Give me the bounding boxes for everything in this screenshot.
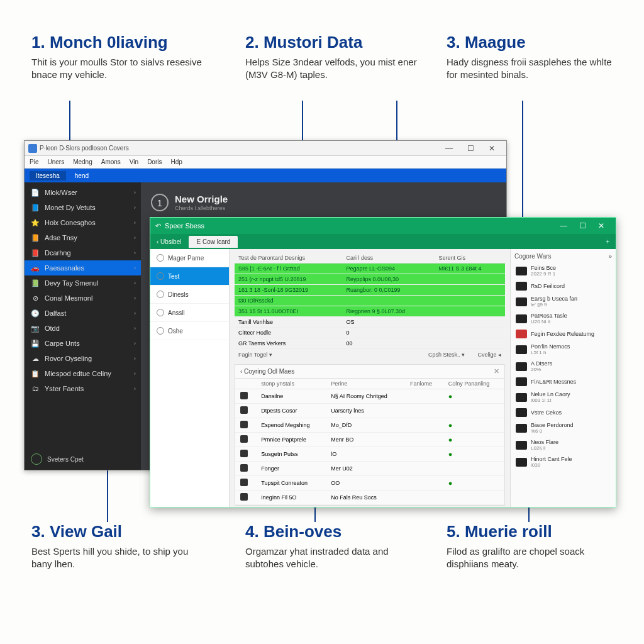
- nav-item[interactable]: Dinesls: [150, 286, 229, 304]
- new-badge[interactable]: 1 New OrrigleCherds I.sllebtheres: [151, 194, 228, 211]
- ribbon-tab-active[interactable]: Itesesha: [30, 171, 66, 180]
- menu-item[interactable]: Uners: [47, 158, 64, 165]
- list-item[interactable]: Biaoe Perdorond%6 0: [514, 419, 612, 436]
- table-row[interactable]: t30 IDlRssckd: [235, 296, 505, 306]
- col-header[interactable]: Fanlome: [405, 379, 443, 389]
- table-row[interactable]: Tupspit ConreatonOO●: [235, 476, 504, 491]
- pane-title: Cogore Wars»: [514, 253, 612, 260]
- add-tab-icon[interactable]: +: [599, 238, 616, 245]
- minimize-button[interactable]: —: [438, 144, 460, 153]
- back-button[interactable]: ‹ Ubsibel: [150, 238, 187, 245]
- menu-item[interactable]: Vin: [130, 158, 138, 165]
- list-item[interactable]: PatRosa TasleU20 Ni tt: [514, 310, 612, 327]
- tab-active[interactable]: E Cow lcard: [189, 236, 238, 248]
- list-item[interactable]: Earsg b Useca fanle' §9 9: [514, 293, 612, 310]
- item-icon: [516, 458, 527, 467]
- list-item[interactable]: Nelue Ln Caoryl003 1l 1t: [514, 389, 612, 406]
- sidebar-label: Miespod edtue Celiny: [45, 370, 111, 377]
- maximize-button[interactable]: ☐: [573, 221, 592, 230]
- sidebar-item[interactable]: 🕒Dalfast›: [25, 306, 141, 321]
- section-title[interactable]: ‹ Coyring Odl Maes: [240, 368, 294, 375]
- table-row[interactable]: FongerMer U02: [235, 462, 504, 476]
- close-button[interactable]: ✕: [592, 221, 611, 230]
- col-header[interactable]: Perine: [326, 379, 405, 389]
- titlebar[interactable]: P·leon D·Slors podloson Covers — ☐ ✕: [25, 141, 506, 156]
- table-row[interactable]: Dtpests CosorUarscrty lnes: [235, 404, 504, 418]
- cell: Uarscrty lnes: [326, 404, 405, 418]
- table-row[interactable]: 161 3 18 -Sonl-18 9G32019Ruangbor: 0 0,C…: [235, 285, 505, 296]
- sidebar-item[interactable]: 📋Miespod edtue Celiny›: [25, 366, 141, 381]
- list-item[interactable]: Feins Bce2022 9 R 1: [514, 262, 612, 279]
- table-row[interactable]: Susgetn PutsslO●: [235, 447, 504, 462]
- table-row[interactable]: Espenod MegshingMo_DfD●: [235, 418, 504, 433]
- list-item[interactable]: Hinort Cant Felel038: [514, 453, 612, 470]
- list-item[interactable]: FiAL&Rt Messnes: [514, 375, 612, 389]
- ribbon-tab[interactable]: hend: [75, 172, 89, 179]
- sidebar-item[interactable]: ⭐Hoix Conesghos›: [25, 215, 141, 230]
- close-icon[interactable]: ✕: [494, 367, 499, 375]
- nav-item[interactable]: Test: [150, 267, 229, 286]
- maximize-button[interactable]: ☐: [460, 144, 481, 153]
- sidebar-label: Mlok/Wser: [45, 189, 77, 196]
- table-row[interactable]: 251 {r-z npqpt td5 U.20819Reypplips 0.0U…: [235, 274, 505, 285]
- chevron-right-icon: ›: [134, 235, 136, 241]
- table-row[interactable]: 351 15 5t 11.0U0OT0EIRiegprien 9 §.0L07.…: [235, 306, 505, 317]
- sidebar-item[interactable]: 🗂Yster Faents›: [25, 381, 141, 396]
- table-row[interactable]: Cittecr Hodle0: [235, 328, 505, 338]
- item-text: Hinort Cant Felel038: [531, 456, 572, 468]
- list-item[interactable]: Neos FlareL02§ ll: [514, 436, 612, 453]
- sidebar-item[interactable]: ⊘Conal Mesmonl›: [25, 291, 141, 306]
- list-item[interactable]: A Dtsers20%: [514, 358, 612, 375]
- nav-item[interactable]: Anssll: [150, 304, 229, 322]
- sidebar-item[interactable]: 💾Carpe Unts›: [25, 336, 141, 351]
- menu-item[interactable]: Amons: [101, 158, 121, 165]
- titlebar[interactable]: ↶ Speer Sbess — ☐ ✕: [150, 218, 616, 234]
- cell: N§ AI Roomy Chritged: [326, 389, 405, 404]
- list-item[interactable]: Fegin Fexdee Releatumg: [514, 327, 612, 341]
- menu-item[interactable]: Medng: [73, 158, 92, 165]
- sidebar-item[interactable]: 📷Otdd›: [25, 321, 141, 336]
- arrow-left-icon[interactable]: ↶: [155, 222, 161, 230]
- item-icon: [516, 314, 527, 323]
- sidebar-item[interactable]: 🚗Paesasnales›: [25, 260, 141, 275]
- col-header[interactable]: Colny Pananling: [443, 379, 504, 389]
- nav-item[interactable]: Oshe: [150, 322, 229, 340]
- sidebar-icon: 🕒: [31, 309, 40, 318]
- nav-item[interactable]: Mager Pame: [150, 249, 229, 267]
- sidebar-item[interactable]: 📄Mlok/Wser›: [25, 185, 141, 200]
- sidebar-item[interactable]: ☁Rovor Oyseling›: [25, 351, 141, 366]
- dropdown[interactable]: Cvelige ◂: [477, 352, 501, 358]
- list-item[interactable]: RsD Feilicord: [514, 279, 612, 293]
- table-row[interactable]: DansilneN§ AI Roomy Chritged●: [235, 389, 504, 404]
- table-row[interactable]: Tanill VenhlseOS: [235, 317, 505, 328]
- sidebar-item[interactable]: 📕Dcarhng›: [25, 245, 141, 260]
- col-header[interactable]: stonp ynstals: [256, 379, 326, 389]
- table-row[interactable]: S85 |1 -E·6At - f l GrztadPegapre LL-GS0…: [235, 264, 505, 274]
- dropdown[interactable]: Fagin Togel ▾: [238, 352, 272, 358]
- sidebar-item[interactable]: 📗Devy Tay Smenul›: [25, 275, 141, 291]
- cell: Dansilne: [256, 389, 326, 404]
- table-row[interactable]: GR Taems Verkers00: [235, 338, 505, 349]
- sidebar-item[interactable]: 📘Monet Dy Vetuts›: [25, 200, 141, 215]
- col-header[interactable]: Serent Gis: [435, 253, 505, 264]
- table-row[interactable]: Prnnice PaptpreleMenr BO●: [235, 433, 504, 447]
- menu-item[interactable]: Hdp: [170, 158, 182, 165]
- cell: [435, 338, 505, 349]
- menu-item[interactable]: Pie: [30, 158, 38, 165]
- close-button[interactable]: ✕: [481, 144, 502, 153]
- table-row[interactable]: Ineginn Fil 5ONo Fals Reu Socs: [235, 491, 504, 505]
- ribbon: Itesesha hend: [25, 169, 506, 182]
- chevron-right-icon: ›: [134, 189, 136, 196]
- collapse-icon[interactable]: »: [608, 253, 612, 260]
- col-header[interactable]: Test de Parontard Desnigs: [235, 253, 342, 264]
- user-badge[interactable]: Sveters Cpet: [31, 453, 84, 465]
- list-item[interactable]: Pon'lin NemocsL5f 1 h: [514, 341, 612, 358]
- sidebar-icon: 💾: [31, 339, 40, 348]
- sidebar-item[interactable]: 📙Adse Tnsy›: [25, 230, 141, 245]
- menu-item[interactable]: Doris: [147, 158, 162, 165]
- minimize-button[interactable]: —: [554, 221, 573, 230]
- list-item[interactable]: Vstre Cekos: [514, 406, 612, 419]
- col-header[interactable]: Cari l dess: [342, 253, 435, 264]
- callout-1-body: Thit is your moulls Stor to sialvs reses…: [31, 56, 208, 82]
- dropdown[interactable]: Cpsh Stesk.. ▾: [428, 352, 465, 358]
